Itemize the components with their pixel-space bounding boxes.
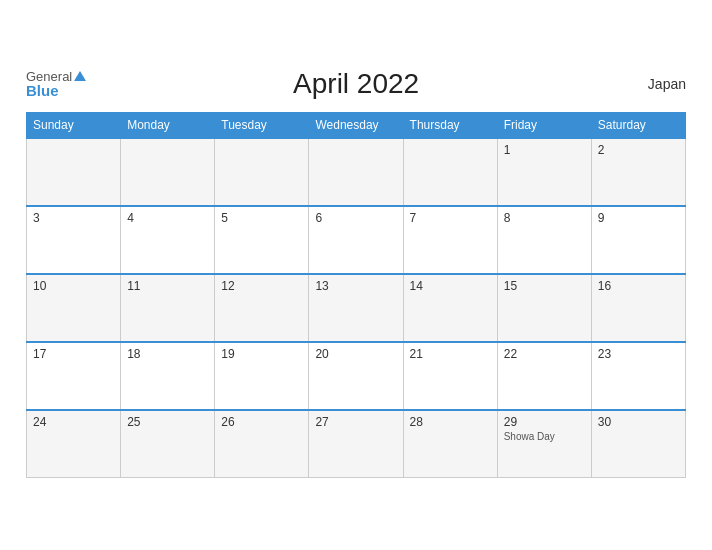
day-number: 20: [315, 347, 328, 361]
calendar-cell: [403, 138, 497, 206]
calendar-cell: [215, 138, 309, 206]
calendar-week-3: 17181920212223: [27, 342, 686, 410]
calendar-cell: 3: [27, 206, 121, 274]
calendar-cell: 9: [591, 206, 685, 274]
calendar-cell: [309, 138, 403, 206]
calendar-page: General Blue April 2022 Japan Sunday Mon…: [6, 52, 706, 499]
day-number: 19: [221, 347, 234, 361]
calendar-cell: 11: [121, 274, 215, 342]
day-number: 24: [33, 415, 46, 429]
logo-triangle-icon: [74, 71, 86, 81]
calendar-cell: 13: [309, 274, 403, 342]
calendar-cell: 17: [27, 342, 121, 410]
day-number: 29: [504, 415, 517, 429]
day-number: 17: [33, 347, 46, 361]
calendar-cell: 16: [591, 274, 685, 342]
calendar-cell: 4: [121, 206, 215, 274]
day-number: 10: [33, 279, 46, 293]
calendar-cell: 20: [309, 342, 403, 410]
header-sunday: Sunday: [27, 112, 121, 138]
calendar-cell: 30: [591, 410, 685, 478]
day-number: 1: [504, 143, 511, 157]
day-number: 2: [598, 143, 605, 157]
day-number: 21: [410, 347, 423, 361]
day-number: 28: [410, 415, 423, 429]
day-number: 7: [410, 211, 417, 225]
calendar-cell: 5: [215, 206, 309, 274]
calendar-cell: 14: [403, 274, 497, 342]
day-number: 16: [598, 279, 611, 293]
day-number: 9: [598, 211, 605, 225]
calendar-cell: 1: [497, 138, 591, 206]
header-monday: Monday: [121, 112, 215, 138]
calendar-week-1: 3456789: [27, 206, 686, 274]
days-header-row: Sunday Monday Tuesday Wednesday Thursday…: [27, 112, 686, 138]
day-number: 12: [221, 279, 234, 293]
calendar-cell: 29Showa Day: [497, 410, 591, 478]
header: General Blue April 2022 Japan: [26, 68, 686, 100]
calendar-cell: 15: [497, 274, 591, 342]
day-number: 30: [598, 415, 611, 429]
calendar-cell: 25: [121, 410, 215, 478]
calendar-table: Sunday Monday Tuesday Wednesday Thursday…: [26, 112, 686, 479]
calendar-cell: 21: [403, 342, 497, 410]
day-number: 23: [598, 347, 611, 361]
calendar-cell: 26: [215, 410, 309, 478]
day-number: 14: [410, 279, 423, 293]
day-number: 4: [127, 211, 134, 225]
calendar-week-4: 242526272829Showa Day30: [27, 410, 686, 478]
calendar-cell: 2: [591, 138, 685, 206]
day-number: 13: [315, 279, 328, 293]
header-thursday: Thursday: [403, 112, 497, 138]
day-number: 25: [127, 415, 140, 429]
day-number: 22: [504, 347, 517, 361]
calendar-cell: 8: [497, 206, 591, 274]
country-label: Japan: [626, 76, 686, 92]
day-number: 5: [221, 211, 228, 225]
calendar-cell: 19: [215, 342, 309, 410]
day-number: 6: [315, 211, 322, 225]
calendar-cell: 12: [215, 274, 309, 342]
day-number: 18: [127, 347, 140, 361]
calendar-cell: 22: [497, 342, 591, 410]
calendar-cell: 6: [309, 206, 403, 274]
header-friday: Friday: [497, 112, 591, 138]
day-number: 3: [33, 211, 40, 225]
calendar-title: April 2022: [86, 68, 626, 100]
calendar-cell: [27, 138, 121, 206]
header-wednesday: Wednesday: [309, 112, 403, 138]
calendar-week-2: 10111213141516: [27, 274, 686, 342]
day-number: 27: [315, 415, 328, 429]
header-tuesday: Tuesday: [215, 112, 309, 138]
calendar-cell: 27: [309, 410, 403, 478]
calendar-cell: 23: [591, 342, 685, 410]
day-number: 26: [221, 415, 234, 429]
calendar-cell: 18: [121, 342, 215, 410]
day-number: 8: [504, 211, 511, 225]
logo-blue-text: Blue: [26, 83, 86, 98]
calendar-cell: 28: [403, 410, 497, 478]
logo-general-text: General: [26, 70, 86, 83]
calendar-cell: 24: [27, 410, 121, 478]
calendar-cell: 7: [403, 206, 497, 274]
day-number: 15: [504, 279, 517, 293]
day-event: Showa Day: [504, 431, 585, 442]
calendar-cell: 10: [27, 274, 121, 342]
day-number: 11: [127, 279, 140, 293]
calendar-week-0: 12: [27, 138, 686, 206]
logo: General Blue: [26, 70, 86, 98]
header-saturday: Saturday: [591, 112, 685, 138]
calendar-cell: [121, 138, 215, 206]
